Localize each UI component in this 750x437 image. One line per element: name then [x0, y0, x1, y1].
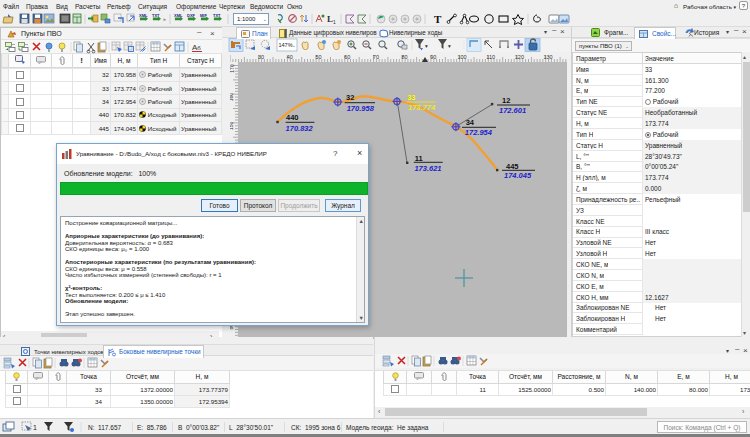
svg-text:80: 80 — [402, 54, 408, 60]
svg-text:1: 1 — [333, 19, 336, 25]
svg-text:173.621: 173.621 — [414, 164, 441, 173]
svg-text:173.774: 173.774 — [408, 103, 436, 112]
svg-text:⌄: ⌄ — [292, 43, 296, 48]
svg-text:172.954: 172.954 — [465, 128, 493, 137]
svg-text:▾: ▾ — [425, 43, 428, 49]
svg-text:Аб: Аб — [192, 43, 201, 52]
svg-text:110: 110 — [486, 54, 495, 60]
svg-text:▾: ▾ — [448, 43, 451, 49]
svg-text:XML: XML — [174, 13, 183, 18]
svg-text:170.958: 170.958 — [347, 104, 375, 113]
svg-text:30: 30 — [258, 54, 264, 60]
svg-text:DXF: DXF — [187, 13, 196, 18]
svg-text:»: » — [163, 16, 166, 22]
svg-text:60: 60 — [344, 54, 350, 60]
svg-text:1: 1 — [33, 424, 37, 431]
svg-text:33: 33 — [407, 93, 415, 102]
svg-text:50: 50 — [315, 54, 321, 60]
svg-text:147%: 147% — [279, 42, 293, 48]
svg-text:172.601: 172.601 — [499, 106, 526, 115]
svg-text:100: 100 — [457, 54, 466, 60]
svg-text:34: 34 — [466, 118, 475, 127]
svg-text:T: T — [434, 13, 442, 25]
svg-text:70: 70 — [373, 54, 379, 60]
svg-text:12: 12 — [502, 96, 510, 105]
svg-text:440: 440 — [286, 113, 299, 122]
svg-text:160: 160 — [230, 93, 235, 102]
svg-text:32: 32 — [346, 93, 354, 102]
svg-text:130: 130 — [544, 54, 553, 60]
svg-text:90: 90 — [430, 54, 436, 60]
svg-text:170: 170 — [230, 64, 235, 73]
svg-text:150: 150 — [230, 122, 235, 131]
svg-text:174.045: 174.045 — [504, 171, 532, 180]
svg-text:11: 11 — [415, 154, 423, 163]
svg-text:XML: XML — [139, 13, 148, 18]
svg-text:120: 120 — [515, 54, 524, 60]
svg-text:445: 445 — [506, 162, 519, 171]
svg-text:170.832: 170.832 — [286, 124, 314, 133]
svg-text:40: 40 — [287, 54, 293, 60]
